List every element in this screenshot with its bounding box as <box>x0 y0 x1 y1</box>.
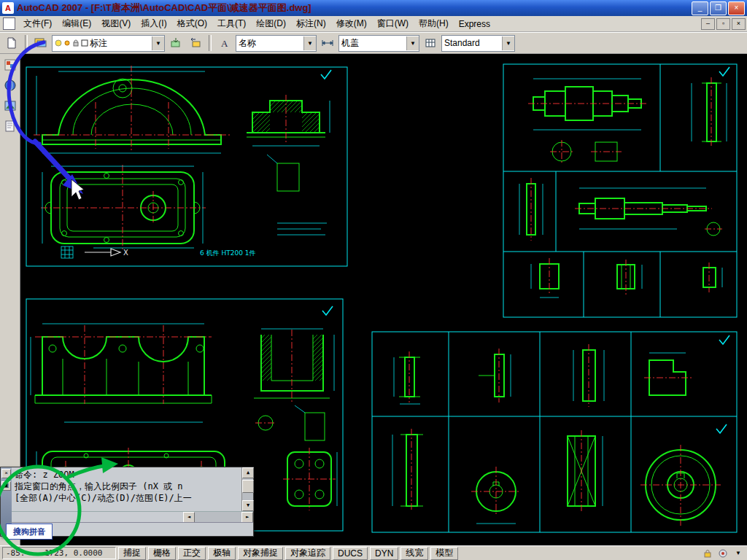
menu-item-draw[interactable]: 绘图(D) <box>251 16 291 31</box>
dim-style-button[interactable] <box>319 34 336 52</box>
main-toolbar: 标注 ▼ A 名称 ▼ 机盖 ▼ Standard ▼ <box>0 32 747 54</box>
menu-item-express[interactable]: Express <box>454 18 495 31</box>
make-current-icon <box>170 37 182 49</box>
layer-combo-arrow-icon[interactable]: ▼ <box>152 36 164 50</box>
menu-item-help[interactable]: 帮助(H) <box>414 16 454 31</box>
new-file-icon <box>6 37 18 49</box>
doc-close-button[interactable]: × <box>732 18 746 30</box>
command-line: [全部(A)/中心(C)/动态(D)/范围(E)/上一 <box>15 492 240 504</box>
menu-bar: 文件(F) 编辑(E) 视图(V) 插入(I) 格式(O) 工具(T) 绘图(D… <box>0 16 747 32</box>
command-line: 指定窗口的角点，输入比例因子 (nX 或 n <box>15 481 240 492</box>
svg-text:A: A <box>221 38 228 49</box>
panel-small-parts <box>372 332 737 532</box>
sheet-tool-button[interactable] <box>2 118 18 134</box>
layer-combo[interactable]: 标注 ▼ <box>52 35 165 52</box>
restore-button[interactable]: ❐ <box>710 1 727 15</box>
text-style-combo[interactable]: 名称 ▼ <box>236 35 317 52</box>
command-close-icon[interactable]: × <box>1 469 11 478</box>
toolbar-separator <box>209 35 212 51</box>
palette-icon <box>4 58 17 71</box>
command-hscroll-row: ◄ ► <box>12 511 253 522</box>
status-toggle-lineweight[interactable]: 线宽 <box>400 547 428 560</box>
command-horizontal-scrollbar[interactable]: ◄ ► <box>183 512 253 522</box>
text-style-button[interactable]: A <box>216 34 233 52</box>
ucs-x-label: X <box>123 249 128 257</box>
layers-icon <box>34 37 47 49</box>
menu-item-dimension[interactable]: 标注(N) <box>291 16 331 31</box>
image-icon <box>4 99 17 112</box>
command-vertical-scrollbar[interactable]: ▲ ▼ <box>241 467 253 511</box>
scroll-up-icon[interactable]: ▲ <box>242 467 254 478</box>
status-toggle-dyn[interactable]: DYN <box>370 547 398 560</box>
status-toggle-otrack[interactable]: 对象追踪 <box>285 547 330 560</box>
table-style-icon <box>425 37 436 49</box>
scroll-track[interactable] <box>242 478 253 500</box>
status-menu-arrow-icon: ▼ <box>735 550 741 556</box>
make-layer-current-button[interactable] <box>167 34 185 52</box>
globe-tool-button[interactable] <box>2 77 18 93</box>
globe-icon <box>4 79 17 92</box>
layer-color-chip <box>81 39 88 47</box>
status-toggle-polar[interactable]: 极轴 <box>208 547 236 560</box>
dim-style-combo-arrow-icon[interactable]: ▼ <box>406 36 419 50</box>
status-toggle-osnap[interactable]: 对象捕捉 <box>238 547 283 560</box>
menu-item-window[interactable]: 窗口(W) <box>372 16 414 31</box>
scroll-right-icon[interactable]: ► <box>241 512 253 523</box>
table-style-combo-arrow-icon[interactable]: ▼ <box>502 36 514 50</box>
input-method-bar[interactable]: 搜狗拼音 <box>6 524 53 540</box>
document-menu-icon[interactable] <box>3 18 15 30</box>
layer-previous-button[interactable] <box>187 34 204 52</box>
doc-minimize-button[interactable]: – <box>701 18 715 30</box>
scroll-left-icon[interactable]: ◄ <box>183 512 195 523</box>
status-toggle-model[interactable]: 模型 <box>430 547 458 560</box>
text-style-combo-arrow-icon[interactable]: ▼ <box>303 36 316 50</box>
menu-item-tools[interactable]: 工具(T) <box>212 16 251 31</box>
scroll-thumb[interactable] <box>242 480 254 493</box>
current-layer-value: 标注 <box>90 37 150 50</box>
layer-freeze-sun-icon <box>63 39 71 47</box>
menu-item-file[interactable]: 文件(F) <box>18 16 57 31</box>
menu-item-insert[interactable]: 插入(I) <box>136 16 171 31</box>
layer-manager-button[interactable] <box>32 34 50 52</box>
command-history-lines: 命令: z ZOOM 指定窗口的角点，输入比例因子 (nX 或 n [全部(A)… <box>12 467 241 511</box>
minimize-button[interactable]: _ <box>692 1 708 15</box>
title-bar: A AutoCAD 2007 - [F:\T唐本洲\AutoCAD\CAD平面\… <box>0 0 747 16</box>
text-style-icon: A <box>219 37 231 49</box>
status-bar-menu-button[interactable]: ▼ <box>732 548 745 559</box>
close-button[interactable]: × <box>728 1 745 15</box>
table-style-button[interactable] <box>422 34 439 52</box>
menu-item-modify[interactable]: 修改(M) <box>331 16 372 31</box>
hscroll-track[interactable] <box>195 512 241 522</box>
status-toggle-snap[interactable]: 捕捉 <box>118 547 146 560</box>
status-toggle-grid[interactable]: 栅格 <box>148 547 176 560</box>
sheet-icon <box>4 120 17 133</box>
new-file-button[interactable] <box>3 34 20 52</box>
menu-item-format[interactable]: 格式(O) <box>172 16 212 31</box>
panel-cover-drawing: X 6 机件 HT200 1件 <box>26 66 347 266</box>
autocad-window: { "window": { "title": "AutoCAD 2007 - [… <box>0 0 747 560</box>
image-tool-button[interactable] <box>2 98 18 114</box>
table-style-value: Standard <box>444 38 500 48</box>
status-toggle-ducs[interactable]: DUCS <box>333 547 368 560</box>
menu-item-view[interactable]: 视图(V) <box>96 16 136 31</box>
panel-shaft-details <box>503 64 737 317</box>
command-history: 命令: z ZOOM 指定窗口的角点，输入比例因子 (nX 或 n [全部(A)… <box>12 467 253 511</box>
lock-icon <box>703 549 712 558</box>
table-style-combo[interactable]: Standard ▼ <box>441 35 515 52</box>
communication-center-icon <box>719 549 727 558</box>
command-restore-icon[interactable]: ▣ <box>1 481 11 491</box>
layer-previous-icon <box>190 37 201 49</box>
layer-on-bulb-icon <box>55 39 62 47</box>
communication-center-button[interactable] <box>716 548 729 559</box>
window-title: AutoCAD 2007 - [F:\T唐本洲\AutoCAD\CAD平面\减速… <box>17 1 690 15</box>
menu-item-edit[interactable]: 编辑(E) <box>57 16 96 31</box>
annotation-lock-button[interactable] <box>701 548 714 559</box>
dim-style-value: 机盖 <box>341 37 404 50</box>
scroll-down-icon[interactable]: ▼ <box>242 500 254 511</box>
status-toggle-ortho[interactable]: 正交 <box>178 547 206 560</box>
dim-style-icon <box>321 37 334 49</box>
doc-restore-button[interactable]: ▫ <box>716 18 730 30</box>
status-bar: -85. 1723, 0.0000 捕捉 栅格 正交 极轴 对象捕捉 对象追踪 … <box>0 545 747 560</box>
dim-style-combo[interactable]: 机盖 ▼ <box>338 35 419 52</box>
markup-tool-button[interactable] <box>2 57 18 73</box>
